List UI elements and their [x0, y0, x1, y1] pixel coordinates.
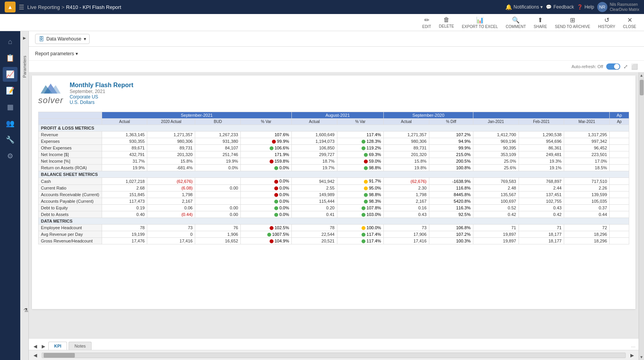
sidebar-home[interactable]: ⌂: [3, 34, 18, 49]
col-header-empty: [39, 112, 102, 119]
close-label: CLOSE: [623, 25, 636, 29]
report-container[interactable]: solver Monthly Flash Report September, 2…: [29, 72, 639, 338]
status-dot: [364, 186, 368, 190]
history-button[interactable]: ↺ HISTORY: [595, 15, 618, 30]
col-header-aug2021: August-2021: [292, 112, 384, 119]
autorefresh-label: Auto-refresh: Off: [572, 64, 603, 69]
export-excel-button[interactable]: 📊 EXPORT TO EXCEL: [459, 15, 501, 30]
report-inner: solver Monthly Flash Report September, 2…: [32, 76, 635, 309]
app-logo: ▲: [5, 2, 16, 12]
table-row: Avg Revenue per Day19,19901,906 1007.5%2…: [39, 231, 629, 238]
sidebar-dashboard[interactable]: ▦: [3, 100, 18, 114]
v-scrollbar-track: [639, 78, 644, 354]
table-row: Net Income [$]432,791201,320251,746171.9…: [39, 151, 629, 158]
col-sub-jan: Jan-2021: [473, 119, 519, 125]
help-btn[interactable]: ❓ Help: [577, 4, 594, 10]
solver-logo: solver: [38, 82, 64, 105]
fullscreen-icon[interactable]: ⬜: [631, 63, 638, 70]
report-corp: Corporate US: [70, 94, 134, 100]
table-row: Accounts Receivable (Current)151,8451,79…: [39, 191, 629, 198]
tab-notes[interactable]: Notes: [69, 342, 92, 350]
autorefresh-toggle[interactable]: [606, 63, 620, 70]
col-sub-pctvar: % Var: [241, 119, 292, 125]
col-sub-aug-actual: Actual: [292, 119, 337, 125]
feedback-btn[interactable]: 💬 Feedback: [546, 4, 574, 10]
col-sub-2020actual: 2020 Actual: [147, 119, 195, 125]
toggle-track[interactable]: [606, 63, 620, 70]
dw-name: Data Warehouse: [46, 36, 81, 42]
col-sub-empty: [39, 119, 102, 125]
col-sub-sep20-pctdiff: % Diff: [429, 119, 473, 125]
table-row: Revenue1,363,1451,271,3571,267,233107.6%…: [39, 132, 629, 138]
comment-button[interactable]: 🔍 COMMENT: [503, 15, 529, 30]
bottom-tabs: ◀ ▶ KPI Notes ⋯: [29, 338, 639, 350]
sidebar-users[interactable]: 👥: [3, 116, 18, 131]
comment-icon: 🔍: [512, 16, 520, 24]
sidebar-reports[interactable]: 📋: [3, 51, 18, 65]
toggle-thumb: [614, 64, 619, 69]
main-layout: ⌂ 📋 📈 📝 ▦ 👥 🔧 ⚙ ▶ Parameters ⚗ 🗄 Data Wa…: [0, 31, 644, 360]
comment-label: COMMENT: [506, 25, 526, 29]
help-label: Help: [584, 4, 594, 10]
status-dot: [364, 180, 368, 184]
params-label[interactable]: Parameters: [22, 56, 27, 78]
sub-header: 🗄 Data Warehouse ▾: [29, 31, 644, 47]
status-dot: [362, 206, 365, 210]
status-dot: [274, 193, 278, 197]
data-table: September-2021 August-2021 September-202…: [38, 112, 629, 244]
sidebar-tools[interactable]: 🔧: [3, 132, 18, 147]
status-dot: [274, 180, 278, 184]
excel-icon: 📊: [476, 16, 484, 24]
col-sub-actual: Actual: [102, 119, 147, 125]
top-nav: ▲ ☰ Live Reporting > R410 - KPI Flash Re…: [0, 0, 644, 14]
status-dot: [364, 166, 368, 170]
report-title: Monthly Flash Report: [70, 82, 134, 89]
params-expand-arrow[interactable]: ▶: [23, 36, 26, 40]
close-button[interactable]: ✕ CLOSE: [620, 15, 639, 30]
table-row: Debt to Equity0.190.060.00 0.0%0.20 107.…: [39, 204, 629, 211]
report-params-button[interactable]: Report parameters ▾: [35, 51, 78, 56]
scroll-right-arrow[interactable]: ▶: [629, 352, 635, 359]
horizontal-scrollbar[interactable]: [42, 353, 626, 358]
sidebar-tasks[interactable]: 📝: [3, 83, 18, 98]
user-info: NR Nils Rasmussen ClearDivio Matrix: [597, 2, 639, 12]
status-dot: [364, 153, 368, 157]
archive-button[interactable]: ⊞ SEND TO ARCHIVE: [552, 15, 593, 30]
status-dot: [274, 206, 278, 210]
share-button[interactable]: ⬆ SHARE: [531, 15, 550, 30]
breadcrumb: Live Reporting > R410 - KPI Flash Report: [27, 4, 121, 10]
status-dot: [364, 200, 368, 204]
tab-options-icon[interactable]: ⋯: [631, 345, 635, 350]
pencil-icon: ✏: [424, 16, 429, 24]
archive-icon: ⊞: [570, 16, 575, 24]
delete-button[interactable]: 🗑 DELETE: [436, 15, 457, 30]
scroll-left-arrow[interactable]: ◀: [32, 352, 39, 359]
table-row: Debt to Assets0.40(0.44)0.00 0.0%0.41 10…: [39, 211, 629, 218]
status-dot: [270, 146, 273, 150]
col-sub-bud: BUD: [195, 119, 241, 125]
edit-button[interactable]: ✏ EDIT: [419, 15, 434, 30]
sidebar-live-reporting[interactable]: 📈: [3, 67, 18, 82]
col-header-apr: Ap: [610, 112, 629, 119]
help-icon: ❓: [577, 4, 583, 10]
col-sub-mar: Mar-2021: [564, 119, 610, 125]
report-scroll-area: solver Monthly Flash Report September, 2…: [29, 72, 644, 360]
tab-next-arrow[interactable]: ▶: [40, 343, 47, 350]
sidebar-settings[interactable]: ⚙: [3, 149, 18, 163]
scroll-up-arrow[interactable]: ▲: [639, 72, 644, 78]
vertical-scrollbar[interactable]: ▲ ▼: [639, 72, 644, 360]
hamburger-menu[interactable]: ☰: [19, 4, 24, 11]
col-sub-apr: Ap: [610, 119, 629, 125]
report-subtitle: September, 2021: [70, 89, 134, 94]
tab-prev-arrow[interactable]: ◀: [32, 343, 39, 350]
archive-label: SEND TO ARCHIVE: [555, 25, 590, 29]
scroll-down-arrow[interactable]: ▼: [639, 354, 644, 360]
data-warehouse-selector[interactable]: 🗄 Data Warehouse ▾: [35, 34, 90, 44]
breadcrumb-parent[interactable]: Live Reporting: [27, 4, 60, 10]
status-dot: [362, 213, 365, 217]
notifications-btn[interactable]: 🔔 Notifications ▾: [505, 4, 543, 10]
tab-kpi[interactable]: KPI: [48, 342, 67, 350]
expand-icon[interactable]: ⤢: [623, 63, 628, 70]
status-dot: [362, 239, 365, 243]
col-header-sep2021: September-2021: [102, 112, 291, 119]
